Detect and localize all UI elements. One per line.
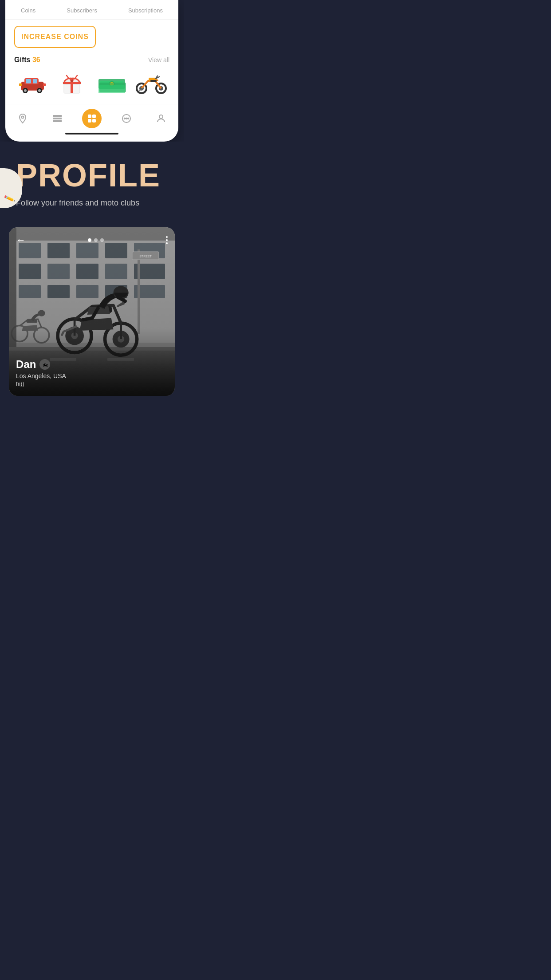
gift-money — [96, 70, 128, 97]
verified-badge: 🏍 — [39, 359, 50, 370]
svg-point-16 — [71, 79, 73, 82]
increase-coins-button[interactable]: INCREASE COINS — [14, 26, 96, 48]
gift-car — [16, 70, 48, 97]
moto-icon — [135, 72, 167, 95]
svg-point-31 — [22, 116, 24, 119]
svg-point-41 — [126, 118, 127, 119]
user-name: Dan — [16, 358, 36, 371]
more-dot-3 — [166, 242, 168, 244]
nav-location[interactable] — [13, 109, 32, 128]
gift-box — [56, 70, 88, 97]
svg-rect-32 — [53, 115, 61, 116]
card-bottom-info: Dan 🏍 Los Angeles, USA hi)) — [9, 349, 175, 396]
car-icon — [17, 74, 47, 93]
gift-icon — [59, 71, 84, 96]
profile-title: PROFILE — [16, 159, 168, 191]
nav-list[interactable] — [47, 109, 67, 128]
gifts-title: Gifts — [14, 56, 30, 63]
profile-subtitle: Follow your friends and moto clubs — [16, 198, 168, 208]
svg-rect-34 — [53, 121, 61, 122]
back-button[interactable]: ← — [16, 234, 26, 246]
tab-coins[interactable]: Coins — [16, 5, 41, 16]
dot-1 — [88, 238, 91, 242]
deco-icon: ✏️ — [3, 193, 16, 205]
svg-rect-9 — [43, 83, 46, 86]
svg-rect-30 — [150, 80, 157, 82]
svg-point-7 — [38, 89, 41, 92]
money-icon — [98, 74, 126, 93]
card-top-bar: ← — [9, 227, 175, 253]
dot-2 — [94, 238, 98, 242]
more-dot-1 — [166, 236, 168, 238]
gift-motorcycle — [135, 70, 167, 97]
user-location: Los Angeles, USA — [16, 372, 168, 379]
nav-grid[interactable] — [82, 109, 102, 128]
dot-3 — [100, 238, 104, 242]
svg-point-43 — [159, 115, 163, 119]
phone-card: Coins Subscribers Subscriptions INCREASE… — [5, 0, 178, 142]
svg-rect-2 — [26, 79, 31, 83]
svg-rect-24 — [98, 85, 125, 93]
user-name-row: Dan 🏍 — [16, 358, 168, 371]
svg-rect-35 — [88, 115, 91, 118]
nav-profile[interactable] — [151, 109, 171, 128]
verified-moto-icon: 🏍 — [42, 361, 48, 368]
bottom-nav — [5, 104, 178, 130]
svg-rect-37 — [88, 119, 91, 122]
svg-rect-33 — [53, 118, 61, 119]
more-dot-2 — [166, 239, 168, 241]
home-indicator — [65, 133, 118, 134]
gifts-header: Gifts 36 View all — [5, 54, 178, 68]
svg-rect-36 — [92, 115, 96, 118]
svg-point-5 — [24, 89, 27, 92]
profile-section: PROFILE Follow your friends and moto clu… — [7, 142, 177, 227]
svg-point-42 — [128, 118, 129, 119]
profile-card: STREET — [9, 227, 175, 396]
tab-subscriptions[interactable]: Subscriptions — [123, 5, 168, 16]
svg-rect-38 — [92, 119, 96, 122]
user-bio: hi)) — [16, 380, 168, 387]
nav-chat[interactable] — [117, 109, 136, 128]
gifts-count: 36 — [32, 56, 40, 63]
svg-rect-8 — [19, 83, 22, 86]
gifts-label: Gifts 36 — [14, 56, 40, 64]
view-all-link[interactable]: View all — [148, 56, 169, 63]
more-button[interactable] — [166, 236, 168, 244]
svg-rect-3 — [33, 79, 37, 83]
page-dots — [88, 238, 104, 242]
tab-subscribers[interactable]: Subscribers — [61, 5, 102, 16]
gifts-row — [5, 68, 178, 102]
tabs-row: Coins Subscribers Subscriptions — [5, 0, 178, 20]
svg-point-40 — [124, 118, 125, 119]
profile-image: STREET — [9, 227, 175, 396]
